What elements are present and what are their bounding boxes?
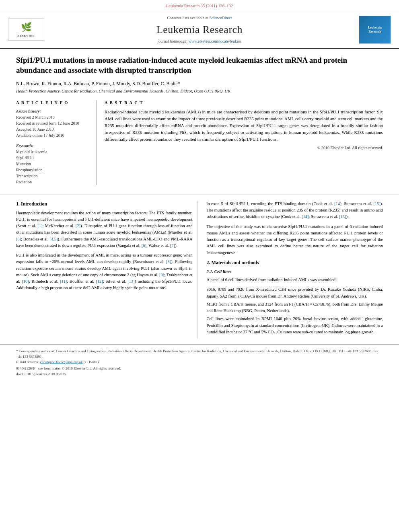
intro-para1: Haemopoietic development requires the ac… — [16, 210, 193, 249]
article-title: Sfpi1/PU.1 mutations in mouse radiation-… — [16, 55, 383, 75]
lr-logo-container: LeukemiaResearch — [351, 16, 391, 44]
history-label: Article history: — [16, 109, 90, 114]
revised-date: Received in revised form 12 June 2010 — [16, 120, 90, 126]
elsevier-logo-container: 🌿 ELSEVIER — [8, 18, 48, 41]
email-link[interactable]: christophe.badie@hpa.org.uk — [40, 360, 83, 364]
contents-line: Contents lists available at ScienceDirec… — [48, 15, 351, 21]
footnote-corresponding: * Corresponding author at: Cancer Geneti… — [16, 349, 383, 359]
keyword-1: Myeloid leukaemia — [16, 149, 90, 155]
abstract-heading: A B S T R A C T — [105, 100, 383, 106]
keyword-5: Transcription — [16, 173, 90, 179]
right-para1: in exon 5 of Sfpi1/PU.1, encoding the ET… — [207, 201, 383, 220]
intro-para2: PU.1 is also implicated in the developme… — [16, 252, 193, 292]
received-date: Received 2 March 2010 — [16, 114, 90, 120]
available-date: Available online 17 July 2010 — [16, 132, 90, 138]
page-footer: * Corresponding author at: Cancer Geneti… — [0, 344, 399, 379]
article-history-block: Article history: Received 2 March 2010 R… — [16, 109, 90, 138]
sciencedirect-link[interactable]: ScienceDirect — [209, 16, 232, 20]
journal-title-center: Contents lists available at ScienceDirec… — [48, 15, 351, 44]
methods-para2: 8016, 8709 and 7926 from X-irradiated C3… — [207, 286, 383, 300]
section-divider — [0, 195, 399, 195]
keyword-4: Phosphorylation — [16, 167, 90, 173]
body-columns: 1. Introduction Haemopoietic development… — [0, 201, 399, 339]
journal-title: Leukemia Research — [48, 23, 351, 37]
abstract-text: Radiation-induced acute myeloid leukaemi… — [105, 109, 383, 143]
homepage-line: journal homepage: www.elsevier.com/locat… — [48, 39, 351, 44]
affiliation: Health Protection Agency, Centre for Rad… — [16, 88, 383, 94]
keywords-block: Keywords: Myeloid leukaemia Sfpi1/PU.1 M… — [16, 143, 90, 185]
journal-header: 🌿 ELSEVIER Contents lists available at S… — [0, 11, 399, 49]
issn-line: 0145-2126/$ – see front matter © 2010 El… — [16, 366, 383, 371]
methods-sub-heading: 2.1. Cell lines — [207, 269, 383, 275]
article-info-abstract-columns: A R T I C L E I N F O Article history: R… — [16, 100, 383, 185]
methods-heading: 2. Materials and methods — [207, 259, 383, 266]
keyword-6: Radiation — [16, 179, 90, 185]
methods-para1: A panel of 6 cell lines derived from rad… — [207, 277, 383, 283]
keyword-2: Sfpi1/PU.1 — [16, 155, 90, 161]
body-left-column: 1. Introduction Haemopoietic development… — [16, 201, 198, 339]
doi-line: doi:10.1016/j.leukres.2010.06.015 — [16, 372, 383, 377]
methods-para4: Cell lines were maintained in RPMI 1640 … — [207, 316, 383, 335]
lr-logo: LeukemiaResearch — [359, 16, 391, 44]
copyright-line: © 2010 Elsevier Ltd. All rights reserved… — [105, 145, 383, 151]
body-right-column: in exon 5 of Sfpi1/PU.1, encoding the ET… — [206, 201, 383, 339]
article-info-column: A R T I C L E I N F O Article history: R… — [16, 100, 97, 185]
right-para2: The objective of this study was to chara… — [207, 224, 383, 256]
elsevier-text: ELSEVIER — [17, 34, 35, 38]
article-content: Sfpi1/PU.1 mutations in mouse radiation-… — [0, 49, 399, 189]
article-info-heading: A R T I C L E I N F O — [16, 100, 90, 106]
top-bar: Leukemia Research 35 (2011) 126–132 — [0, 0, 399, 11]
accepted-date: Accepted 16 June 2010 — [16, 126, 90, 132]
keyword-3: Mutation — [16, 161, 90, 167]
journal-reference: Leukemia Research 35 (2011) 126–132 — [166, 4, 233, 8]
footnote-email: E-mail address: christophe.badie@hpa.org… — [16, 359, 383, 365]
keywords-label: Keywords: — [16, 143, 90, 149]
methods-para3: MLP3 from a CBA/H mouse, and 3124 from a… — [207, 301, 383, 314]
intro-heading: 1. Introduction — [16, 201, 193, 207]
elsevier-tree-icon: 🌿 — [21, 21, 32, 34]
elsevier-logo: 🌿 ELSEVIER — [8, 18, 44, 41]
lr-logo-title: LeukemiaResearch — [368, 26, 382, 34]
authors-line: N.L. Brown, R. Finnon, R.A. Bulman, P. F… — [16, 80, 383, 87]
homepage-link[interactable]: www.elsevier.com/locate/leukres — [189, 39, 242, 43]
abstract-column: A B S T R A C T Radiation-induced acute … — [105, 100, 383, 185]
